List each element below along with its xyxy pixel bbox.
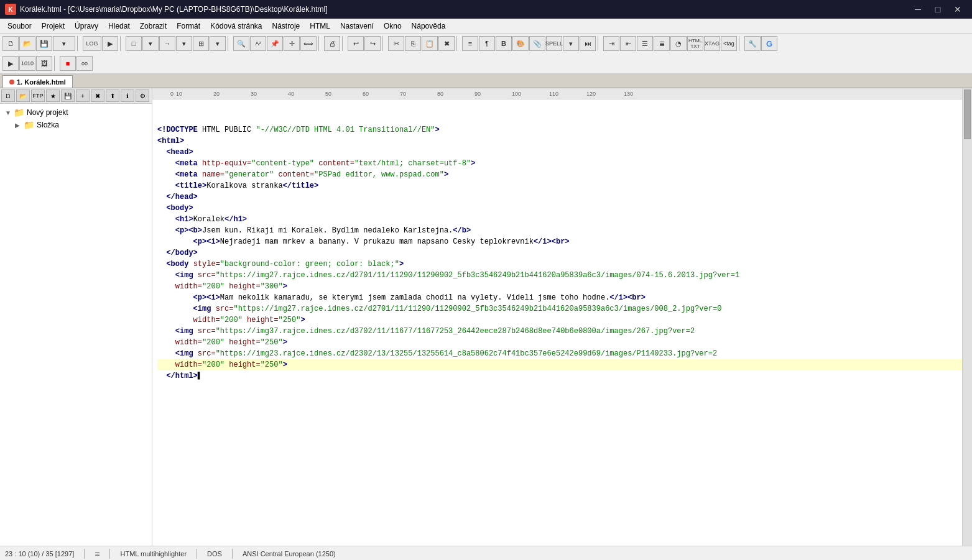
search-button[interactable]: 🔍 — [233, 36, 249, 51]
ctag-button[interactable]: <tag — [721, 36, 737, 51]
sidebar-add-btn[interactable]: + — [76, 90, 90, 102]
menu-hledat[interactable]: Hledat — [103, 21, 135, 32]
folder-item[interactable]: ▶ 📁 Složka — [2, 119, 149, 131]
sep1 — [77, 36, 81, 51]
color-button[interactable]: 🎨 — [512, 36, 529, 51]
sidebar-ftp-btn[interactable]: FTP — [31, 90, 45, 102]
record-button[interactable]: oo — [76, 56, 93, 71]
menu-okno[interactable]: Okno — [379, 21, 407, 32]
para-button[interactable]: ¶ — [479, 36, 495, 51]
tab-bar: 1. Korálek.html — [0, 75, 972, 88]
window-title: Korálek.html - [C:\Users\maria\Dropbox\M… — [20, 5, 909, 14]
log-button[interactable]: LOG — [83, 36, 101, 51]
menu-zobrazit[interactable]: Zobrazit — [135, 21, 172, 32]
move-button[interactable]: ✛ — [284, 36, 300, 51]
shape-dropdown[interactable]: ▾ — [142, 36, 159, 51]
clip-button[interactable]: 📎 — [529, 36, 545, 51]
outdent-button[interactable]: ⇤ — [620, 36, 636, 51]
arrow-button[interactable]: → — [159, 36, 175, 51]
vertical-scrollbar[interactable] — [962, 88, 972, 546]
code-line-14: <img src="https://img27.rajce.idnes.cz/d… — [157, 270, 960, 281]
menu-html[interactable]: HTML — [305, 21, 335, 32]
table-button[interactable]: ⊞ — [193, 36, 209, 51]
status-bar: 23 : 10 (10) / 35 [1297] ≡ HTML multihig… — [0, 546, 972, 560]
google-button[interactable]: G — [761, 36, 777, 51]
html-text-button[interactable]: HTML TXT — [687, 36, 703, 51]
arrow-dropdown[interactable]: ▾ — [176, 36, 192, 51]
menu-nastroje[interactable]: Nástroje — [267, 21, 305, 32]
tree-arrow-folder: ▶ — [15, 122, 21, 129]
skip-button[interactable]: ⏭ — [580, 36, 596, 51]
xtag-button[interactable]: XTAG — [704, 36, 720, 51]
sidebar-del-btn[interactable]: ✖ — [91, 90, 104, 102]
paste-button[interactable]: 📋 — [422, 36, 438, 51]
copy-button[interactable]: ⎘ — [405, 36, 421, 51]
cursor-position: 23 : 10 (10) / 35 [1297] — [5, 550, 74, 558]
code-line-5: <meta name="generator" content="PSPad ed… — [157, 169, 960, 180]
close-button[interactable]: ✕ — [948, 3, 967, 16]
sidebar-save-btn[interactable]: 💾 — [61, 90, 75, 102]
indent-button[interactable]: ⇥ — [603, 36, 619, 51]
code-line-9: <h1>Koralek</h1> — [157, 214, 960, 225]
sidebar-tree: ▼ 📁 Nový projekt ▶ 📁 Složka — [0, 104, 152, 546]
shape-button[interactable]: □ — [126, 36, 142, 51]
numlist-button[interactable]: ≣ — [654, 36, 670, 51]
code-line-21: <img src="https://img23.rajce.idnes.cz/d… — [157, 348, 960, 359]
image-button[interactable]: 🖼 — [36, 56, 52, 71]
open-button[interactable]: 📂 — [19, 36, 35, 51]
sidebar-info-btn[interactable]: ℹ — [121, 90, 134, 102]
run-button[interactable]: ▶ — [102, 36, 118, 51]
play-button[interactable]: ▶ — [2, 56, 19, 71]
code-line-19: <img src="https://img37.rajce.idnes.cz/d… — [157, 326, 960, 337]
print-button[interactable]: 🖨 — [324, 36, 340, 51]
toolbars: 🗋 📂 💾 ▾ LOG ▶ □ ▾ → ▾ ⊞ ▾ 🔍 A² 📌 ✛ ⟺ 🖨 ↩… — [0, 34, 972, 75]
undo-button[interactable]: ↩ — [348, 36, 364, 51]
menu-nastaveni[interactable]: Nastavení — [335, 21, 379, 32]
bold-button[interactable]: B — [496, 36, 512, 51]
menu-napoveda[interactable]: Nápověda — [407, 21, 451, 32]
spell-dropdown[interactable]: ▾ — [563, 36, 579, 51]
sidebar-star-btn[interactable]: ★ — [46, 90, 60, 102]
toolbar-row-1: 🗋 📂 💾 ▾ LOG ▶ □ ▾ → ▾ ⊞ ▾ 🔍 A² 📌 ✛ ⟺ 🖨 ↩… — [0, 34, 972, 53]
sep4 — [318, 36, 322, 51]
align-button[interactable]: ≡ — [462, 36, 478, 51]
list-button[interactable]: ☰ — [637, 36, 653, 51]
new-button[interactable]: 🗋 — [2, 36, 19, 51]
pin-button[interactable]: 📌 — [267, 36, 283, 51]
sidebar-new-btn[interactable]: 🗋 — [1, 90, 15, 102]
minimize-button[interactable]: ─ — [909, 3, 927, 16]
toolbar-row-2: ▶ 1010 🖼 ■ oo — [0, 53, 972, 74]
sidebar-open-btn[interactable]: 📂 — [16, 90, 30, 102]
menu-kodova[interactable]: Kódová stránka — [205, 21, 267, 32]
project-root[interactable]: ▼ 📁 Nový projekt — [2, 106, 149, 119]
counter-button[interactable]: 1010 — [19, 56, 35, 71]
pie-button[interactable]: ◔ — [670, 36, 687, 51]
sidebar-toolbar: 🗋 📂 FTP ★ 💾 + ✖ ⬆ ℹ ⚙ — [0, 88, 152, 104]
redo-button[interactable]: ↪ — [364, 36, 381, 51]
ruler-130: 130 — [624, 91, 661, 97]
sidebar-up-btn[interactable]: ⬆ — [106, 90, 119, 102]
cut-button[interactable]: ✂ — [388, 36, 404, 51]
save-button[interactable]: 💾 — [36, 36, 52, 51]
save-dropdown[interactable]: ▾ — [53, 36, 75, 51]
columns-button[interactable]: ⟺ — [300, 36, 317, 51]
search2-button[interactable]: A² — [250, 36, 266, 51]
code-line-8: <body> — [157, 203, 960, 214]
folder-label: Složka — [37, 121, 59, 129]
stop-button[interactable]: ■ — [60, 56, 76, 71]
tab-koralek[interactable]: 1. Korálek.html — [2, 75, 73, 88]
menu-projekt[interactable]: Projekt — [37, 21, 70, 32]
code-editor[interactable]: <!DOCTYPE HTML PUBLIC "-//W3C//DTD HTML … — [152, 99, 972, 546]
menu-format[interactable]: Formát — [172, 21, 205, 32]
ruler-content: 0 10 20 30 40 50 60 70 80 90 100 110 120… — [152, 91, 661, 97]
extra-button[interactable]: 🔧 — [744, 36, 761, 51]
delete-button[interactable]: ✖ — [438, 36, 455, 51]
maximize-button[interactable]: □ — [928, 3, 947, 16]
spell-button[interactable]: SPELL — [546, 36, 562, 51]
menu-soubor[interactable]: Soubor — [2, 21, 37, 32]
sep2 — [120, 36, 124, 51]
ruler-30: 30 — [251, 91, 288, 97]
table-dropdown[interactable]: ▾ — [210, 36, 226, 51]
menu-upravy[interactable]: Úpravy — [70, 21, 103, 32]
sidebar-settings-btn[interactable]: ⚙ — [136, 90, 149, 102]
